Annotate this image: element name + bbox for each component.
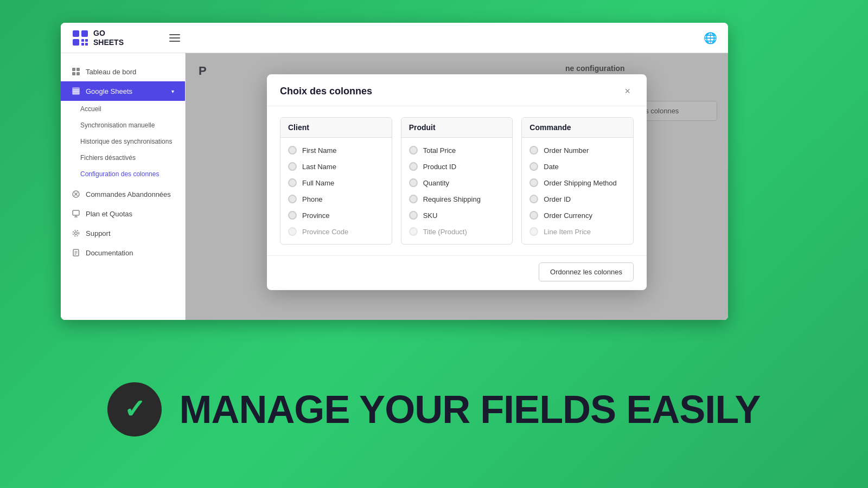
radio-circle — [409, 211, 418, 220]
list-item[interactable]: Title (Product) — [401, 223, 513, 240]
sidebar-sub-historique[interactable]: Historique des synchronisations — [61, 133, 185, 150]
svg-point-21 — [75, 232, 78, 235]
list-item[interactable]: Total Price — [401, 142, 513, 158]
list-item[interactable]: First Name — [280, 142, 392, 158]
column-item-label: SKU — [423, 211, 505, 220]
dialog-close-button[interactable]: × — [621, 85, 634, 97]
logo-area: GO SHEETS — [72, 29, 158, 47]
list-item[interactable]: Requires Shipping — [401, 191, 513, 207]
sidebar-sub-config-colonnes[interactable]: Configuration des colonnes — [61, 166, 185, 182]
sidebar-item-label: Tableau de bord — [86, 68, 136, 76]
column-item-label: Requires Shipping — [423, 195, 505, 203]
sidebar-sub-fichiers[interactable]: Fichiers désactivés — [61, 150, 185, 166]
main-content: P 07 February 2024 ne configuration nom … — [186, 53, 728, 320]
table-icon — [72, 87, 80, 95]
client-column-group: Client First Name Last Name — [280, 117, 392, 245]
svg-rect-9 — [72, 72, 75, 75]
sidebar-item-plan[interactable]: Plan et Quotas — [61, 204, 185, 223]
sidebar-sub-sync[interactable]: Synchronisation manuelle — [61, 117, 185, 133]
columns-grid: Client First Name Last Name — [280, 117, 634, 245]
commande-group-header: Commande — [522, 118, 633, 138]
radio-circle — [409, 146, 418, 155]
doc-icon — [72, 248, 80, 257]
svg-rect-2 — [81, 30, 88, 37]
svg-rect-10 — [76, 72, 80, 75]
list-item[interactable]: Order Number — [522, 142, 633, 158]
column-item-label: Total Price — [423, 146, 505, 155]
sidebar-item-support[interactable]: Support — [61, 223, 185, 243]
chevron-down-icon: ▾ — [171, 88, 174, 94]
radio-circle — [288, 162, 297, 171]
svg-rect-8 — [76, 68, 80, 71]
list-item[interactable]: Date — [522, 158, 633, 175]
list-item[interactable]: SKU — [401, 207, 513, 223]
sidebar-sub-accueil[interactable]: Accueil — [61, 101, 185, 117]
radio-circle — [529, 195, 538, 203]
svg-rect-6 — [85, 43, 88, 46]
list-item[interactable]: Order ID — [522, 191, 633, 207]
checkmark-icon: ✓ — [124, 396, 145, 422]
app-body: Tableau de bord Google Sheets ▾ Accueil — [61, 53, 728, 320]
radio-circle — [529, 146, 538, 155]
sidebar-item-label: Commandes Abandonnées — [86, 190, 171, 198]
svg-rect-4 — [85, 39, 88, 42]
radio-circle — [409, 162, 418, 171]
column-item-label: Title (Product) — [423, 228, 505, 236]
client-group-body: First Name Last Name Full Name — [280, 138, 392, 244]
sidebar-item-label: Plan et Quotas — [86, 210, 132, 218]
list-item[interactable]: Full Name — [280, 175, 392, 191]
list-item[interactable]: Province Code — [280, 223, 392, 240]
sidebar-item-documentation[interactable]: Documentation — [61, 243, 185, 262]
hamburger-button[interactable] — [167, 32, 182, 44]
sidebar-item-commandes[interactable]: Commandes Abandonnées — [61, 184, 185, 204]
list-item[interactable]: Line Item Price — [522, 223, 633, 240]
list-item[interactable]: Product ID — [401, 158, 513, 175]
column-item-label: Order Number — [544, 146, 626, 155]
produit-column-group: Produit Total Price Product ID — [401, 117, 513, 245]
sidebar-item-label: Documentation — [86, 249, 133, 257]
monitor-icon — [72, 209, 80, 218]
svg-rect-3 — [81, 39, 84, 42]
list-item[interactable]: Order Shipping Method — [522, 175, 633, 191]
svg-point-22 — [73, 230, 79, 236]
svg-rect-12 — [73, 89, 79, 91]
list-item[interactable]: Phone — [280, 191, 392, 207]
radio-circle — [529, 227, 538, 236]
column-choice-dialog: Choix des colonnes × Client First Name — [267, 74, 647, 290]
radio-circle — [529, 211, 538, 220]
produit-group-header: Produit — [401, 118, 513, 138]
client-group-header: Client — [280, 118, 392, 138]
tagline-text: MANAGE YOUR FIELDS EASILY — [179, 387, 760, 432]
sidebar-item-label: Google Sheets — [86, 87, 132, 95]
list-item[interactable]: Province — [280, 207, 392, 223]
grid-icon — [72, 67, 80, 76]
column-item-label: Phone — [302, 195, 384, 203]
column-item-label: Last Name — [302, 163, 384, 171]
column-item-label: Province — [302, 211, 384, 220]
order-columns-button[interactable]: Ordonnez les colonnes — [539, 262, 634, 281]
list-item[interactable]: Last Name — [280, 158, 392, 175]
globe-button[interactable]: 🌐 — [704, 31, 717, 44]
radio-circle — [288, 178, 297, 187]
column-item-label: Order Shipping Method — [544, 179, 626, 187]
svg-rect-13 — [73, 91, 79, 92]
list-item[interactable]: Order Currency — [522, 207, 633, 223]
column-item-label: First Name — [302, 146, 384, 155]
sidebar-item-google-sheets[interactable]: Google Sheets ▾ — [61, 81, 185, 101]
radio-circle — [529, 162, 538, 171]
column-item-label: Province Code — [302, 228, 384, 236]
radio-circle — [409, 195, 418, 203]
top-bar: GO SHEETS 🌐 — [61, 23, 728, 53]
logo-icon — [72, 29, 89, 47]
radio-circle — [409, 227, 418, 236]
svg-rect-14 — [73, 93, 79, 94]
svg-rect-7 — [72, 68, 75, 71]
column-item-label: Full Name — [302, 179, 384, 187]
sidebar-item-dashboard[interactable]: Tableau de bord — [61, 62, 185, 81]
column-item-label: Order Currency — [544, 211, 626, 220]
produit-group-body: Total Price Product ID Quantity — [401, 138, 513, 244]
list-item[interactable]: Quantity — [401, 175, 513, 191]
dialog-header: Choix des colonnes × — [267, 74, 647, 106]
column-item-label: Product ID — [423, 163, 505, 171]
svg-rect-0 — [73, 30, 79, 37]
